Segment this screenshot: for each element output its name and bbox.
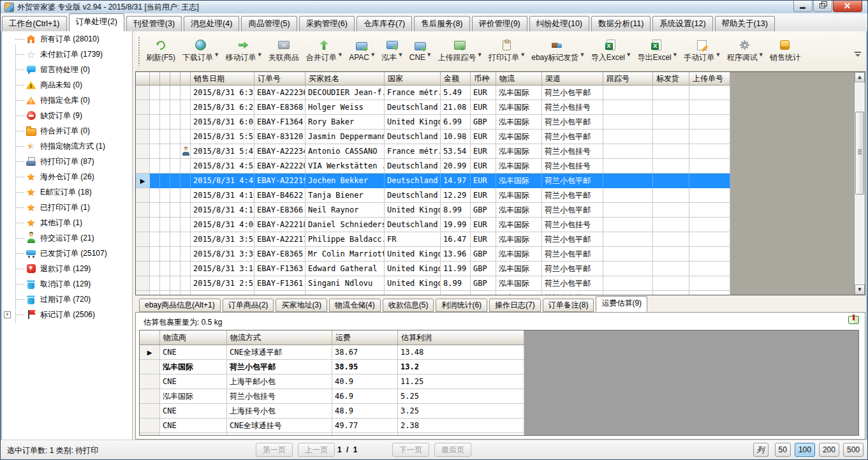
shipping-row[interactable]: ▶CNECNE全球通平邮38.6713.48	[140, 345, 524, 360]
shipping-column-header[interactable]: 估算利润	[398, 330, 524, 345]
shipping-column-header[interactable]: 运费	[332, 330, 398, 345]
toolbar-button[interactable]: 下载订单▼	[179, 33, 221, 69]
toolbar-button[interactable]: 手动订单▼	[680, 33, 723, 69]
sidebar-item[interactable]: 海外仓订单 (26)	[3, 169, 132, 184]
menu-tab[interactable]: 帮助关于(13)	[715, 16, 775, 31]
row-selector[interactable]	[136, 130, 150, 144]
sidebar-item[interactable]: 取消订单 (129)	[3, 276, 132, 292]
grid-column-header[interactable]: 订单号	[254, 72, 305, 85]
row-selector[interactable]	[136, 247, 150, 262]
toolbar-button[interactable]: 导出Excel▼	[634, 33, 680, 69]
menu-tab[interactable]: 商品管理(5)	[241, 16, 297, 31]
detail-tab[interactable]: 买家地址(3)	[276, 299, 327, 312]
row-selector[interactable]: ▶	[140, 345, 160, 360]
menu-tab[interactable]: 系统设置(12)	[652, 16, 712, 31]
sidebar-item[interactable]: 未付款订单 (1739)	[3, 47, 132, 62]
order-row[interactable]: 2015/8/31 5:59EBAY-83120...Jasmin Depper…	[136, 130, 730, 144]
order-row[interactable]: 2015/8/31 4:53EBAY-A22220VIA Werkstätten…	[136, 159, 730, 174]
row-selector[interactable]	[136, 262, 150, 276]
sidebar-item[interactable]: 待指定仓库 (0)	[3, 93, 132, 108]
order-row[interactable]: 2015/8/31 2:55EBAY-F1361Singani NdlovuUn…	[136, 276, 730, 291]
dropdown-arrow-icon[interactable]: ▼	[673, 52, 677, 57]
row-selector[interactable]	[136, 85, 150, 100]
minimize-button[interactable]	[793, 1, 813, 12]
detail-tab[interactable]: 利润统计(6)	[436, 299, 487, 312]
grid-column-header[interactable]: 买家姓名	[305, 72, 385, 85]
detail-tab[interactable]: 操作日志(7)	[489, 299, 541, 312]
dropdown-arrow-icon[interactable]: ▼	[215, 52, 218, 57]
shipping-row[interactable]: 泓丰国际荷兰小包平邮38.9513.2	[140, 360, 524, 375]
close-button[interactable]	[833, 1, 862, 12]
first-page-button[interactable]: 第一页	[256, 443, 293, 457]
order-row[interactable]: 2015/8/31 5:47EBAY-A22234Antonio CASSANO…	[136, 144, 730, 159]
menu-tab[interactable]: 订单处理(2)	[69, 13, 124, 31]
row-selector[interactable]: ▶	[136, 174, 150, 188]
dropdown-arrow-icon[interactable]: ▼	[371, 52, 374, 57]
vertical-scrollbar[interactable]: ▲ ▼	[854, 72, 865, 295]
page-size-option[interactable]: 100	[795, 443, 815, 457]
order-row[interactable]: 2015/8/31 3:30EBAY-E8365Mr Colin Marriot…	[136, 247, 730, 262]
page-size-option[interactable]: 500	[843, 443, 864, 457]
dropdown-arrow-icon[interactable]: ▼	[258, 52, 261, 57]
sidebar-item[interactable]: E邮宝订单 (18)	[3, 184, 132, 200]
menu-tab[interactable]: 消息处理(4)	[184, 16, 239, 31]
scroll-up-icon[interactable]: ▲	[855, 72, 865, 82]
grid-column-header[interactable]: 币种	[471, 72, 496, 85]
row-selector[interactable]	[136, 218, 150, 232]
prev-page-button[interactable]: 上一页	[298, 443, 335, 457]
detail-tab[interactable]: 订单商品(2)	[223, 299, 274, 312]
menu-tab[interactable]: 仓库库存(7)	[357, 16, 412, 31]
toolbar-button[interactable]: ebay标记发货▼	[528, 33, 587, 69]
shipping-column-header[interactable]: 物流方式	[227, 330, 332, 345]
menu-tab[interactable]: 工作台(Ctrl+1)	[2, 16, 67, 31]
sidebar-item[interactable]: 过期订单 (720)	[3, 292, 132, 307]
restore-button[interactable]	[813, 1, 832, 12]
toolbar-button[interactable]: 打印订单▼	[485, 33, 527, 69]
row-selector[interactable]	[140, 360, 160, 375]
row-selector[interactable]	[136, 276, 150, 291]
page-size-option[interactable]: 50	[775, 443, 791, 457]
row-selector[interactable]	[136, 232, 150, 247]
order-row[interactable]: 2015/8/31 6:08EBAY-F1364Rory BakerUnited…	[136, 115, 730, 130]
grid-column-header[interactable]: 物流	[496, 72, 542, 85]
toolbar-overflow-icon[interactable]	[854, 52, 862, 58]
grid-column-header[interactable]: 销售日期	[191, 72, 254, 85]
toolbar-button[interactable]: 销售统计	[767, 33, 804, 69]
shipping-row[interactable]: CNE上海平邮小包40.911.25	[140, 375, 524, 389]
shipping-column-header[interactable]: 物流商	[160, 330, 227, 345]
menu-tab[interactable]: 刊登管理(3)	[126, 16, 182, 31]
toolbar-button[interactable]: 上传跟踪号▼	[434, 33, 484, 69]
sidebar-item[interactable]: 待打印订单 (87)	[3, 154, 132, 169]
toolbar-button[interactable]: 泓丰▼	[378, 33, 405, 69]
toolbar-button[interactable]: 程序调试▼	[724, 33, 766, 69]
dropdown-arrow-icon[interactable]: ▼	[760, 52, 763, 57]
dropdown-arrow-icon[interactable]: ▼	[427, 52, 430, 57]
next-page-button[interactable]: 下一页	[392, 443, 429, 457]
order-row[interactable]: 2015/8/31 4:11EBAY-E8366Neil RaynorUnite…	[136, 203, 730, 218]
row-selector[interactable]	[136, 100, 150, 115]
toolbar-button[interactable]: APAC▼	[346, 33, 378, 69]
sidebar-item[interactable]: 退款订单 (129)	[3, 261, 132, 276]
detail-tab[interactable]: 物流仓储(4)	[329, 299, 381, 312]
sidebar-item[interactable]: 待交运订单 (21)	[3, 230, 132, 246]
sidebar-item[interactable]: 留言待处理 (0)	[3, 62, 132, 77]
sidebar-item[interactable]: 其他订单 (1)	[3, 215, 132, 230]
menu-tab[interactable]: 售后服务(8)	[414, 16, 469, 31]
menu-tab[interactable]: 评价管理(9)	[472, 16, 527, 31]
row-selector[interactable]	[136, 115, 150, 130]
row-selector[interactable]	[136, 159, 150, 174]
grid-column-header[interactable]: 金额	[441, 72, 471, 85]
row-selector[interactable]	[140, 404, 160, 419]
row-selector[interactable]	[136, 188, 150, 203]
dropdown-arrow-icon[interactable]: ▼	[399, 52, 402, 57]
grid-column-header[interactable]: 跟踪号	[603, 72, 653, 85]
shipping-row[interactable]: 泓丰国际荷兰小包挂号46.95.25	[140, 389, 524, 404]
sidebar-item[interactable]: 缺货订单 (9)	[3, 108, 132, 123]
detail-tab[interactable]: 运费估算(9)	[596, 296, 647, 312]
dropdown-arrow-icon[interactable]: ▼	[627, 52, 630, 57]
row-selector[interactable]	[140, 389, 160, 404]
menu-tab[interactable]: 纠纷处理(10)	[529, 16, 589, 31]
detail-tab[interactable]: 收款信息(5)	[383, 299, 434, 312]
toolbar-button[interactable]: 导入Excel▼	[588, 33, 634, 69]
grid-column-header[interactable]: 国家	[385, 72, 441, 85]
